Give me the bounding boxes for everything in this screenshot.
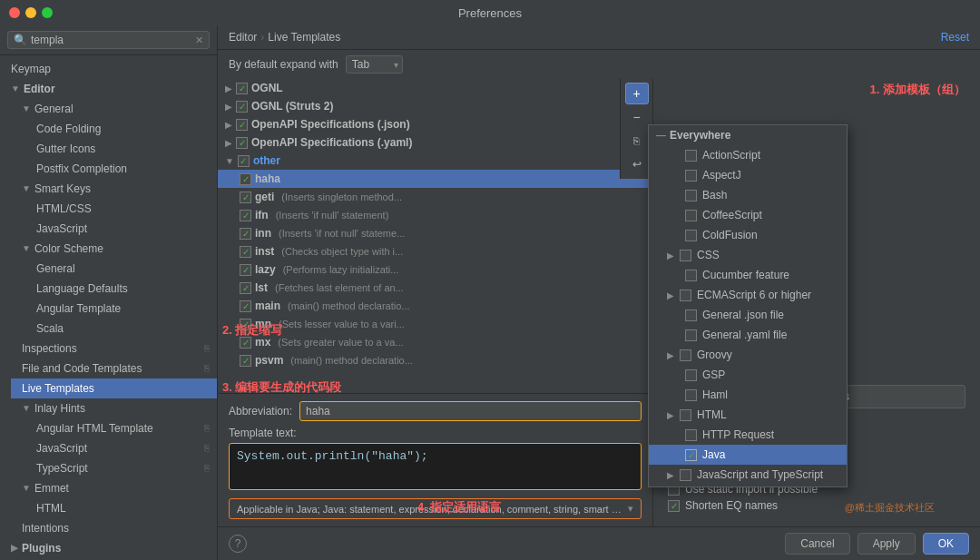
item-checkbox[interactable] <box>240 228 251 240</box>
template-item-haha[interactable]: haha <box>218 170 652 188</box>
group-checkbox-openapi-json[interactable] <box>236 119 248 131</box>
dropdown-item-gsp[interactable]: GSP <box>649 365 847 385</box>
copy-template-button[interactable]: ⎘ <box>625 130 649 152</box>
template-item-main[interactable]: main (main() method declaratio... <box>218 297 652 315</box>
group-checkbox-ognl-struts[interactable] <box>236 101 248 113</box>
item-checkbox-haha[interactable] <box>240 173 251 185</box>
dropdown-checkbox[interactable] <box>680 250 691 261</box>
sidebar-item-scala[interactable]: Scala <box>25 319 217 339</box>
item-checkbox[interactable] <box>240 355 251 367</box>
dropdown-item-http-request[interactable]: HTTP Request <box>649 425 847 445</box>
template-item-mn[interactable]: mn (Sets lesser value to a vari... <box>218 315 652 333</box>
remove-template-button[interactable]: − <box>625 106 649 128</box>
sidebar-item-smart-keys[interactable]: ▼ Smart Keys <box>11 179 217 199</box>
dropdown-item-java[interactable]: Java <box>649 445 847 465</box>
sidebar-item-intentions[interactable]: Intentions <box>11 518 217 538</box>
dropdown-checkbox[interactable] <box>680 409 691 421</box>
dropdown-checkbox[interactable] <box>685 389 697 401</box>
sidebar-item-color-scheme[interactable]: ▼ Color Scheme <box>11 239 217 259</box>
dropdown-item-css[interactable]: ▶ CSS <box>649 245 847 265</box>
dropdown-item-html[interactable]: ▶ HTML <box>649 405 847 425</box>
revert-template-button[interactable]: ↩ <box>625 153 649 175</box>
item-checkbox[interactable] <box>240 319 251 330</box>
minimize-button[interactable] <box>25 7 36 18</box>
dropdown-checkbox[interactable] <box>685 270 697 281</box>
template-group-openapi-json[interactable]: ▶ OpenAPI Specifications (.json) <box>218 115 652 133</box>
dropdown-checkbox[interactable] <box>685 230 697 241</box>
dropdown-item-javascript-ts[interactable]: ▶ JavaScript and TypeScript <box>649 465 847 485</box>
sidebar-item-javascript-inlay[interactable]: JavaScript ⎘ <box>25 438 217 458</box>
dropdown-checkbox[interactable] <box>680 290 691 301</box>
sidebar-item-gutter-icons[interactable]: Gutter Icons <box>25 139 217 159</box>
sidebar-item-emmet[interactable]: ▼ Emmet <box>11 478 217 498</box>
item-checkbox[interactable] <box>240 300 251 312</box>
add-template-button[interactable]: + <box>625 83 649 104</box>
group-checkbox-openapi-yaml[interactable] <box>236 137 248 149</box>
sidebar-item-general[interactable]: ▼ General <box>11 99 217 119</box>
template-item-geti[interactable]: geti (Inserts singleton method... <box>218 188 652 206</box>
item-checkbox[interactable] <box>240 210 251 221</box>
item-checkbox[interactable] <box>240 337 251 349</box>
dropdown-item-coldfusion[interactable]: ColdFusion <box>649 225 847 245</box>
sidebar-item-live-templates[interactable]: Live Templates <box>11 378 217 398</box>
dropdown-checkbox[interactable] <box>680 469 691 481</box>
template-group-ognl[interactable]: ▶ OGNL <box>218 79 652 97</box>
dropdown-checkbox-java[interactable] <box>685 449 697 461</box>
sidebar-item-postfix-completion[interactable]: Postfix Completion <box>25 159 217 179</box>
sidebar-item-keymap[interactable]: Keymap <box>0 59 217 79</box>
dropdown-item-general-yaml[interactable]: General .yaml file <box>649 325 847 345</box>
applicable-bar[interactable]: Applicable in Java; Java: statement, exp… <box>229 498 642 519</box>
sidebar-item-angular-html[interactable]: Angular HTML Template ⎘ <box>25 418 217 438</box>
sidebar-item-plugins[interactable]: ▶ Plugins <box>0 538 217 558</box>
item-checkbox[interactable] <box>240 246 251 258</box>
ok-button[interactable]: OK <box>923 533 969 555</box>
dropdown-item-aspectj[interactable]: AspectJ <box>649 165 847 185</box>
sidebar-item-inlay-hints[interactable]: ▼ Inlay Hints <box>11 398 217 418</box>
dropdown-checkbox[interactable] <box>685 170 697 182</box>
item-checkbox[interactable] <box>240 282 251 294</box>
sidebar-item-inspections[interactable]: Inspections ⎘ <box>11 339 217 359</box>
dropdown-checkbox[interactable] <box>685 329 697 341</box>
template-group-openapi-yaml[interactable]: ▶ OpenAPI Specifications (.yaml) ▶ <box>218 133 652 152</box>
dropdown-item-groovy[interactable]: ▶ Groovy <box>649 345 847 365</box>
sidebar-item-file-code-templates[interactable]: File and Code Templates ⎘ <box>11 359 217 378</box>
template-item-inst[interactable]: inst (Checks object type with i... <box>218 242 652 260</box>
maximize-button[interactable] <box>42 7 53 18</box>
dropdown-item-general-json[interactable]: General .json file <box>649 305 847 325</box>
group-checkbox-other[interactable] <box>238 155 250 167</box>
sidebar-item-editor[interactable]: ▼ Editor <box>0 79 217 99</box>
group-checkbox-ognl[interactable] <box>236 83 248 94</box>
help-icon[interactable]: ? <box>229 535 247 553</box>
template-group-other[interactable]: ▼ other <box>218 152 652 170</box>
dropdown-checkbox[interactable] <box>685 190 697 201</box>
dropdown-item-bash[interactable]: Bash <box>649 185 847 205</box>
template-group-ognl-struts[interactable]: ▶ OGNL (Struts 2) <box>218 97 652 115</box>
sidebar-item-javascript-smart[interactable]: JavaScript <box>25 219 217 239</box>
sidebar-item-typescript[interactable]: TypeScript ⎘ <box>25 458 217 478</box>
sidebar-item-language-defaults[interactable]: Language Defaults <box>25 279 217 299</box>
sidebar-item-html-emmet[interactable]: HTML <box>25 498 217 518</box>
sidebar-item-general2[interactable]: General <box>25 259 217 279</box>
dropdown-item-coffeescript[interactable]: CoffeeScript <box>649 205 847 225</box>
dropdown-item-actionscript[interactable]: ActionScript <box>649 145 847 165</box>
dropdown-checkbox[interactable] <box>685 210 697 221</box>
template-item-psvm[interactable]: psvm (main() method declaratio... <box>218 351 652 369</box>
dropdown-checkbox[interactable] <box>685 369 697 381</box>
sidebar-item-html-css[interactable]: HTML/CSS <box>25 199 217 219</box>
apply-button[interactable]: Apply <box>858 533 916 555</box>
dropdown-checkbox[interactable] <box>685 309 697 321</box>
search-clear-button[interactable]: ✕ <box>195 34 203 46</box>
template-item-lst[interactable]: lst (Fetches last element of an... <box>218 279 652 297</box>
dropdown-checkbox[interactable] <box>685 429 697 441</box>
expand-select[interactable]: Tab Enter Space <box>346 55 403 74</box>
dropdown-checkbox[interactable] <box>685 150 697 162</box>
sidebar-item-code-folding[interactable]: Code Folding <box>25 119 217 139</box>
template-item-mx[interactable]: mx (Sets greater value to a va... <box>218 333 652 351</box>
template-item-inn[interactable]: inn (Inserts 'if not null' stateme... <box>218 224 652 242</box>
dropdown-item-json[interactable]: ▶ JSON <box>649 485 847 487</box>
template-text-area[interactable]: System.out.println("haha"); <box>229 443 642 490</box>
dropdown-item-ecmascript[interactable]: ▶ ECMAScript 6 or higher <box>649 285 847 305</box>
sidebar-item-angular-template[interactable]: Angular Template <box>25 299 217 319</box>
reset-button[interactable]: Reset <box>941 31 969 44</box>
item-checkbox[interactable] <box>240 264 251 276</box>
